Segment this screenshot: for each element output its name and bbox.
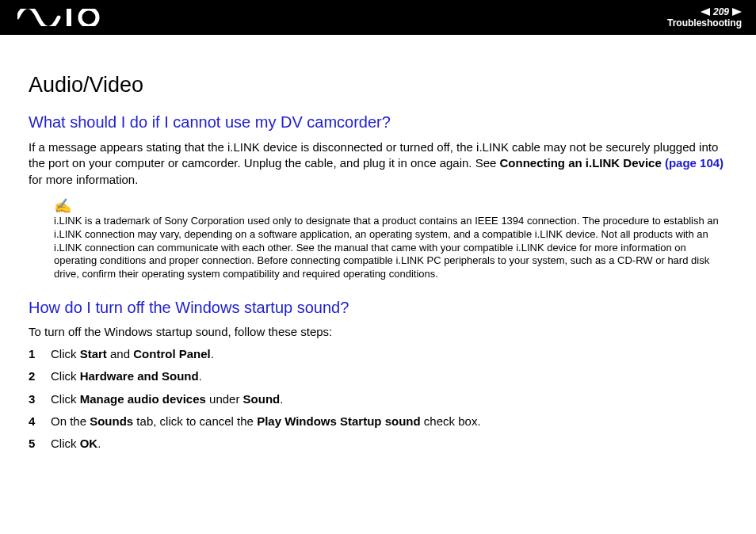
page-title: Audio/Video: [29, 73, 727, 97]
vaio-logo-svg: [17, 9, 103, 26]
text-bold: Sounds: [90, 414, 133, 428]
breadcrumb: Troubleshooting: [667, 17, 742, 29]
text: Click: [51, 392, 80, 406]
step-item: On the Sounds tab, click to cancel the P…: [29, 414, 727, 429]
text: .: [199, 369, 202, 383]
text-bold: Start: [80, 347, 107, 360]
text: for more information.: [29, 173, 138, 186]
header-right: 209 Troubleshooting: [667, 6, 742, 29]
text-bold: Play Windows Startup sound: [257, 414, 421, 428]
text: .: [97, 437, 101, 450]
svg-rect-0: [67, 9, 71, 26]
note-block: ✍ i.LINK is a trademark of Sony Corporat…: [54, 199, 727, 281]
note-icon: ✍: [54, 199, 727, 213]
section2-intro: To turn off the Windows startup sound, f…: [29, 325, 727, 338]
text: Click: [51, 369, 80, 383]
prev-page-arrow-icon[interactable]: [701, 8, 710, 16]
text-bold: Manage audio devices: [80, 392, 206, 406]
page-number: 209: [713, 6, 729, 17]
page-content: Audio/Video What should I do if I cannot…: [0, 35, 756, 474]
text-bold: Hardware and Sound: [80, 369, 199, 383]
text: .: [280, 392, 283, 406]
text-bold: Control Panel: [133, 347, 211, 360]
page-header: 209 Troubleshooting: [0, 0, 756, 35]
text: Click: [51, 437, 80, 450]
text: On the: [51, 414, 90, 428]
section2-heading: How do I turn off the Windows startup so…: [29, 299, 727, 317]
step-item: Click Manage audio devices under Sound.: [29, 391, 727, 407]
page-link[interactable]: (page 104): [665, 156, 724, 170]
text: .: [211, 347, 214, 360]
text-bold: Connecting an i.LINK Device: [500, 156, 665, 170]
text: under: [206, 392, 243, 406]
text-bold: OK: [80, 437, 98, 450]
steps-list: Click Start and Control Panel. Click Har…: [29, 346, 727, 452]
text-bold: Sound: [243, 392, 281, 406]
text: check box.: [421, 414, 481, 428]
next-page-arrow-icon[interactable]: [732, 8, 742, 16]
vaio-logo: [17, 9, 103, 26]
note-text: i.LINK is a trademark of Sony Corporatio…: [54, 215, 727, 281]
text: and: [107, 347, 133, 360]
page-nav: 209: [667, 6, 742, 17]
section1-body: If a message appears stating that the i.…: [29, 139, 727, 188]
text: Click: [51, 347, 80, 360]
section1-heading: What should I do if I cannot use my DV c…: [29, 113, 727, 132]
step-item: Click OK.: [29, 436, 727, 452]
step-item: Click Hardware and Sound.: [29, 368, 727, 384]
step-item: Click Start and Control Panel.: [29, 346, 727, 362]
svg-point-1: [80, 9, 97, 26]
text: tab, click to cancel the: [133, 414, 257, 428]
